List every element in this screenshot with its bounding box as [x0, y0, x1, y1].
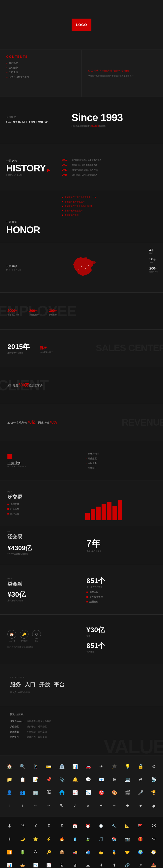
icon-arrow-left: ← — [30, 800, 41, 811]
icon-house: 🏠 — [4, 761, 15, 772]
shield-icon: 🛡 — [32, 630, 41, 639]
contents-item-4: 业务介绍与业务者市 — [6, 75, 75, 79]
history-left: 公司之路 HISTORY▶ COMPANY PATH — [0, 154, 57, 181]
bar-3 — [96, 506, 101, 520]
trans-item-2: 社区营销 — [7, 507, 74, 511]
icon2-pie: 🥧 — [17, 860, 29, 868]
icon2-calendar: 📅 — [69, 820, 81, 832]
slide-employee: EMPLOYEE 2000+ 在册员工人数 200+ 个数按机构 300+ 销售… — [0, 292, 163, 330]
icon-arrow-up: ↑ — [4, 800, 15, 811]
icon-chat: 💬 — [83, 774, 94, 785]
icon2-pound: £ — [56, 820, 68, 832]
icon2-wifi: 📶 — [4, 846, 15, 858]
svg-point-1 — [85, 268, 86, 269]
icon2-lightning: ⚡ — [43, 833, 55, 845]
sales-num-1: 2015年 — [7, 342, 30, 351]
icon-film: 🎬 — [122, 787, 133, 798]
quasi-stat2: 851个 — [87, 641, 158, 651]
icon-plane: ✈ — [96, 761, 107, 772]
scale-left: 公司规模 MY SCALE — [0, 243, 65, 292]
icon-pencil: 📝 — [30, 774, 41, 785]
business-left: 主营业务 MAIN BUSINESS — [0, 449, 82, 473]
icon-email: 📧 — [96, 774, 107, 785]
icon2-link: 🔗 — [121, 860, 133, 868]
employee-num-1: 2000+ — [7, 306, 19, 314]
contents-item-1: 公司概况 — [6, 61, 75, 65]
fin-amount: ¥30亿 — [7, 590, 74, 599]
employee-content: 2000+ 在册员工人数 200+ 个数按机构 300+ 销售机构 — [0, 306, 163, 316]
icon2-medal: 🏅 — [108, 846, 120, 858]
icon-mic: 🎤 — [135, 787, 146, 798]
value-items: 以客户为中心 始终将客户需求放在首位 诚信经营 诚实守信，透明经营 创新进取 不… — [10, 720, 153, 739]
icon-refresh: ↻ — [56, 800, 67, 811]
quasi-amount: ¥30亿 — [87, 625, 158, 634]
icon2-database: 🗄 — [56, 860, 68, 868]
icon2-book: 📚 — [108, 833, 120, 845]
ts-left: Pan- 泛交易 ¥4309亿 2015年泛交易完成金额 — [0, 525, 82, 565]
slide-transaction: Pan- 泛交易 影院代理 社区营销 海外业务 — [0, 480, 163, 525]
trans-item-3: 海外业务 — [7, 512, 74, 516]
sales-label-1: 建筑销售中心数量 — [7, 351, 30, 354]
icons-grid-2: $ % ¥ € £ 📅 ⏰ ⌚ 🔧 📐 🚩 🗺 ☀ 🌙 ⭐ ⚡ 🔥 💧 🍃 🎵 … — [4, 820, 159, 868]
slide-revenue: REVENUE 2015年实现营收70亿，同比增长70% — [0, 404, 163, 441]
employee-stat-1: 2000+ 在册员工人数 — [7, 306, 19, 316]
honor-cn: 公司荣誉 — [6, 220, 51, 224]
svg-point-3 — [88, 265, 89, 266]
icon2-star2: ⭐ — [30, 833, 42, 845]
icon2-fire: 🔥 — [56, 833, 68, 845]
fin-item-3: 融通支付 — [87, 600, 158, 603]
slide-icons-1: 🏠 🔍 📱 💳 🏦 📊 🚗 ✈ 🎓 💡 🔒 ⚙ 📁 📋 📝 📌 📎 🔔 💬 📧 … — [0, 755, 163, 816]
business-right: ▪ 房地产代理 ▪ 商业运营 ▪ 金融服务 ▪ 互联网+ — [82, 447, 163, 475]
since-left: 公司概况 CORPORATE OVERVIEW — [0, 97, 65, 144]
business-item-2: ▪ 商业运营 — [87, 457, 158, 460]
icon-paperclip: 📎 — [56, 774, 67, 785]
quasi-icon-1: 🏠 自在一家 — [7, 630, 16, 642]
since-cn-label: CORPORATE OVERVIEW — [6, 120, 59, 124]
value-title: 核心价值观 — [10, 712, 153, 716]
bar-4 — [102, 504, 106, 520]
sales-num-2: 新增 — [40, 343, 53, 351]
icon-construction: 🏗 — [43, 787, 54, 798]
bar-6 — [112, 506, 117, 520]
icon-arrow-down: ↓ — [17, 800, 28, 811]
icon2-truck: 🚚 — [69, 846, 81, 858]
ts-right: 7年 连续7年行业领先 — [82, 525, 163, 565]
history-label: COMPANY PATH — [6, 174, 51, 176]
icon2-flag: 🚩 — [134, 820, 146, 832]
icon2-ruler: 📐 — [121, 820, 133, 832]
icon2-share: ↗ — [134, 860, 146, 868]
principle-label: PRINCIPLE — [10, 676, 153, 679]
icon2-server: 🖥 — [69, 860, 81, 868]
business-item-3: ▪ 金融服务 — [87, 462, 158, 465]
icon2-battery: 🔋 — [17, 846, 29, 858]
icon-bulb: 💡 — [122, 761, 133, 772]
icon-phone: 📱 — [30, 761, 41, 772]
icon2-leaf: 🍃 — [82, 833, 94, 845]
employee-stat-3: 300+ 销售机构 — [49, 306, 57, 316]
icon-bell: 🔔 — [69, 774, 80, 785]
business-item-4: ▪ 互联网+ — [87, 466, 158, 470]
bar-1 — [85, 513, 90, 520]
icon2-gift: 🎁 — [134, 833, 146, 845]
slide-history: 公司之路 HISTORY▶ COMPANY PATH 1993 公司成立于上海，… — [0, 144, 163, 191]
svg-point-2 — [78, 269, 79, 270]
principle-word-3: 开放 — [39, 681, 50, 688]
scale-stat-2: 58个 城市 — [150, 257, 158, 264]
business-red-box — [7, 454, 12, 459]
honor-item-2: 中国最具投资价值品牌 — [62, 200, 158, 203]
icon-bank: 🏦 — [56, 761, 67, 772]
icon2-cloud: ☁ — [82, 860, 94, 868]
contents-item-3: 公司规模 — [6, 71, 75, 74]
icon2-send: 📤 — [148, 860, 159, 868]
history-right: 1993 公司成立于上海，从事房地产服务 2003 全国扩张，业务覆盖主要城市 … — [57, 156, 163, 179]
business-item-1: ▪ 房地产代理 — [87, 452, 158, 456]
contents-right: 全国领先的房地产综合服务提供商 中国每年从事的领先房地产专业综合服务提供商之一 — [82, 50, 163, 97]
icon-monitor: 🖥 — [109, 774, 120, 785]
slide-contents: CONTENTS 公司概况 公司荣誉 公司规模 业务介绍与业务者市 全国领先的房… — [0, 50, 163, 97]
icon-heart: ♥ — [135, 800, 146, 811]
slide-quasi: 🏠 自在一家 🔑 领域·配方 🛡 安全 国内最大的持牌专业金融机构 ¥30亿 规… — [0, 614, 163, 664]
principle-words: 服务 入口 开放 平台 — [10, 681, 153, 688]
icon-cross: ✕ — [83, 800, 94, 811]
slide-since: 公司概况 CORPORATE OVERVIEW Since 1993 中国每年从… — [0, 97, 163, 144]
icon2-crown: 👑 — [95, 846, 107, 858]
